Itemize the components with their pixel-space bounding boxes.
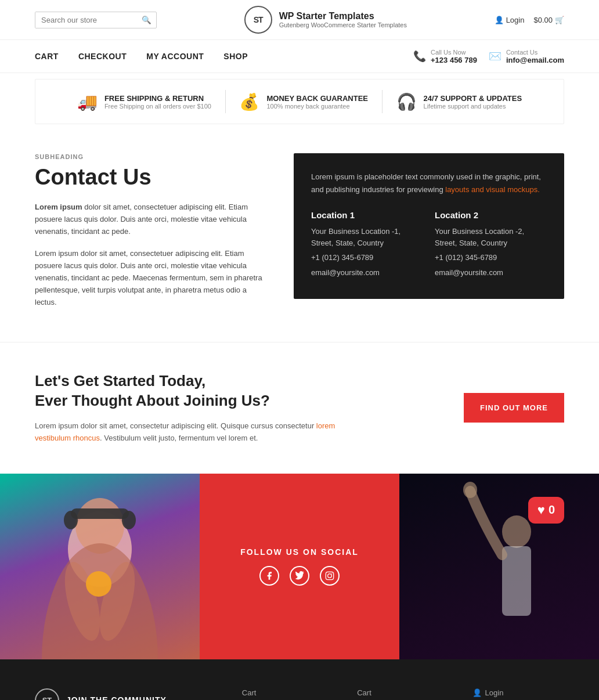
feature-support-sub: Lifetime support and updates	[424, 103, 522, 110]
locations: Location 1 Your Business Location -1, St…	[311, 210, 547, 282]
contact-right: Lorem ipsum is placeholder text commonly…	[294, 153, 564, 299]
login-link[interactable]: 👤 Login	[495, 16, 525, 24]
login-label: Login	[506, 16, 525, 24]
location-2-title: Location 2	[435, 210, 547, 220]
cart-link[interactable]: $0.00 🛒	[533, 16, 564, 24]
footer: ST JOIN THE COMMUNITY Lorem ipsum dolor …	[0, 659, 599, 700]
footer-brand-name: JOIN THE COMMUNITY	[66, 695, 167, 700]
phone-number: +123 456 789	[431, 56, 477, 64]
email-icon: ✉️	[489, 50, 501, 63]
cart-amount: $0.00	[533, 16, 553, 24]
phone-contact: 📞 Call Us Now +123 456 789	[413, 49, 477, 64]
search-button[interactable]: 🔍	[137, 12, 156, 28]
location-1-title: Location 1	[311, 210, 423, 220]
shipping-icon: 🚚	[77, 92, 98, 111]
feature-money-sub: 100% money back guarantee	[266, 103, 368, 110]
logo-icon: ST	[244, 6, 272, 34]
cta-desc-end: . Vestibulum velit justo, fermentum vel …	[100, 434, 258, 442]
nav-my-account[interactable]: MY ACCOUNT	[146, 40, 215, 73]
gallery-item-1	[0, 474, 200, 659]
user-icon: 👤	[495, 16, 504, 24]
phone-icon: 📞	[413, 50, 426, 63]
intro-link[interactable]: layouts and visual mockups.	[445, 185, 540, 194]
cart-icon: 🛒	[555, 16, 564, 24]
social-icons	[259, 566, 340, 586]
nav-links: CART CHECKOUT MY ACCOUNT SHOP	[35, 40, 268, 73]
contact-desc-2: Lorem ipsum dolor sit amet, consectetuer…	[35, 248, 270, 308]
site-tagline: Gutenberg WooCommerce Starter Templates	[279, 21, 407, 28]
svg-point-4	[122, 511, 136, 529]
twitter-icon[interactable]	[290, 566, 309, 586]
feature-shipping-sub: Free Shipping on all orders over $100	[104, 103, 211, 110]
social-label: FOLLOW US ON SOCIAL	[240, 547, 359, 557]
contact-us-label: Contact Us	[506, 49, 564, 56]
svg-point-8	[86, 571, 111, 597]
instagram-icon[interactable]	[320, 566, 340, 586]
email-address: info@email.com	[506, 56, 564, 64]
feature-support-title: 24/7 SUPPORT & UPDATES	[424, 94, 522, 103]
location-1-email: email@yoursite.com	[311, 267, 423, 279]
footer-login[interactable]: 👤 Login	[472, 688, 564, 697]
footer-brand: ST JOIN THE COMMUNITY Lorem ipsum dolor …	[35, 688, 219, 700]
nav-cart[interactable]: CART	[35, 40, 70, 73]
main-nav: CART CHECKOUT MY ACCOUNT SHOP 📞 Call Us …	[0, 40, 599, 73]
location-1-phone: +1 (012) 345-6789	[311, 252, 423, 264]
svg-point-12	[502, 515, 531, 548]
contact-title: Contact Us	[35, 165, 270, 190]
cta-desc-normal: Lorem ipsum dolor sit amet, consectetur …	[35, 421, 316, 430]
feature-money-title: MONEY BACK GUARANTEE	[266, 94, 368, 103]
money-icon: 💰	[239, 92, 259, 111]
cta-heading: Let's Get Started Today, Ever Thought Ab…	[35, 371, 360, 411]
location-2-address: Your Business Location -2, Street, State…	[435, 226, 547, 248]
feature-money-back: 💰 MONEY BACK GUARANTEE 100% money back g…	[239, 92, 368, 111]
svg-point-3	[64, 511, 78, 529]
find-out-more-button[interactable]: FIND OUT MORE	[464, 393, 564, 423]
facebook-icon[interactable]	[259, 566, 279, 586]
contact-intro: Lorem ipsum is placeholder text commonly…	[311, 171, 547, 196]
contact-desc-1: Lorem ipsum dolor sit amet, consectetuer…	[35, 201, 270, 237]
search-form[interactable]: 🔍	[35, 12, 157, 28]
contact-left: SUBHEADING Contact Us Lorem ipsum dolor …	[35, 153, 270, 319]
footer-col-3: 👤 Login	[472, 688, 564, 700]
feature-support: 🎧 24/7 SUPPORT & UPDATES Lifetime suppor…	[396, 92, 522, 111]
feature-divider-1	[225, 90, 226, 113]
location-2-phone: +1 (012) 345-6789	[435, 252, 547, 264]
footer-cart-2[interactable]: Cart	[357, 688, 449, 697]
logo-area: ST WP Starter Templates Gutenberg WooCom…	[244, 6, 407, 34]
location-2: Location 2 Your Business Location -2, St…	[435, 210, 547, 282]
header-right: 👤 Login $0.00 🛒	[495, 16, 564, 24]
cta-section: Let's Get Started Today, Ever Thought Ab…	[0, 342, 599, 473]
svg-point-11	[331, 573, 332, 573]
nav-shop[interactable]: SHOP	[223, 40, 259, 73]
gallery: FOLLOW US ON SOCIAL ♥0	[0, 474, 599, 659]
search-input[interactable]	[35, 12, 137, 28]
email-contact: ✉️ Contact Us info@email.com	[489, 49, 564, 64]
contact-section: SUBHEADING Contact Us Lorem ipsum dolor …	[0, 130, 599, 342]
contact-info-nav: 📞 Call Us Now +123 456 789 ✉️ Contact Us…	[413, 49, 564, 64]
svg-point-5	[42, 543, 158, 659]
footer-user-icon: 👤	[472, 688, 482, 697]
nav-checkout[interactable]: CHECKOUT	[78, 40, 138, 73]
svg-rect-9	[326, 572, 333, 579]
cta-heading-line1: Let's Get Started Today,	[35, 372, 205, 389]
subheading: SUBHEADING	[35, 153, 270, 160]
feature-divider-2	[382, 90, 383, 113]
footer-cart-1[interactable]: Cart	[242, 688, 334, 697]
feature-shipping-title: FREE SHIPPING & RETURN	[104, 94, 211, 103]
gallery-item-2: FOLLOW US ON SOCIAL	[200, 474, 399, 659]
gallery-item-3: ♥0	[399, 474, 599, 659]
footer-col-2: Cart Checkout My account Shop	[357, 688, 449, 700]
footer-top: ST JOIN THE COMMUNITY Lorem ipsum dolor …	[35, 688, 564, 700]
site-name: WP Starter Templates	[279, 11, 407, 21]
support-icon: 🎧	[396, 92, 417, 111]
top-bar: 🔍 ST WP Starter Templates Gutenberg WooC…	[0, 0, 599, 40]
footer-col-1: Cart Checkout My account Shop	[242, 688, 334, 700]
cta-left: Let's Get Started Today, Ever Thought Ab…	[35, 371, 360, 444]
call-label: Call Us Now	[431, 49, 477, 56]
svg-point-10	[328, 573, 332, 578]
footer-logo-icon: ST	[35, 688, 59, 700]
features-bar: 🚚 FREE SHIPPING & RETURN Free Shipping o…	[35, 79, 564, 124]
location-2-email: email@yoursite.com	[435, 267, 547, 279]
location-1-address: Your Business Location -1, Street, State…	[311, 226, 423, 248]
footer-login-label: Login	[485, 688, 504, 697]
